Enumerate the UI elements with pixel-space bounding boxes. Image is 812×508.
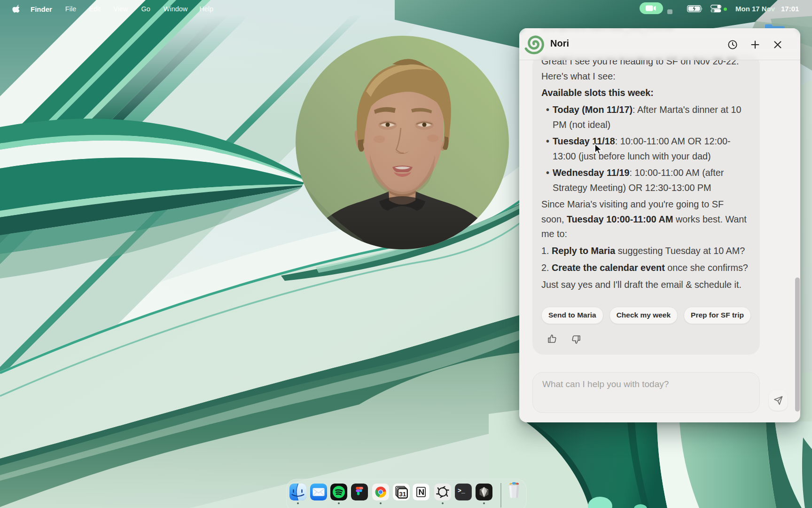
- svg-text:31: 31: [399, 491, 406, 498]
- svg-text:>_: >_: [458, 487, 465, 494]
